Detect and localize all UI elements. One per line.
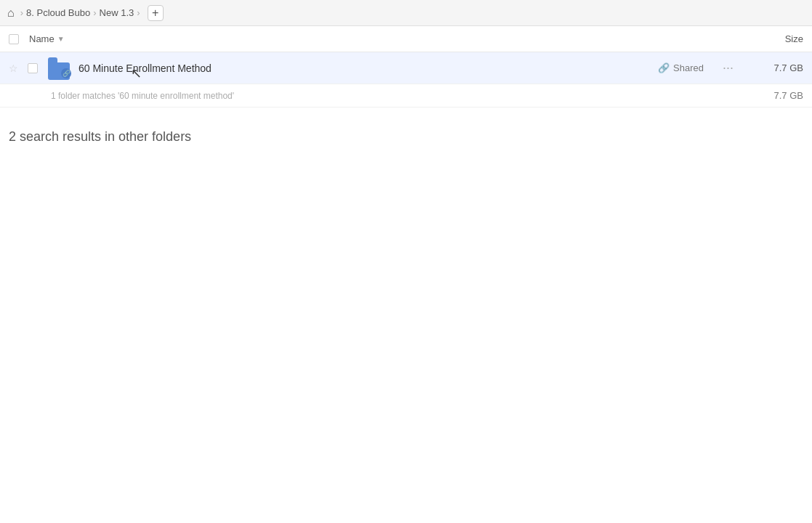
link-icon: 🔗 (658, 62, 670, 73)
shared-label-area: 🔗 Shared (658, 62, 704, 73)
header-checkbox-area[interactable] (9, 34, 29, 44)
folder-badge-icon: 🔗 (63, 70, 71, 77)
match-info-row: 1 folder matches '60 minute enrollment m… (0, 84, 812, 108)
column-name-label: Name (29, 33, 55, 44)
folder-shape: 🔗 (48, 62, 70, 80)
breadcrumb-separator-1: › (20, 7, 23, 18)
column-size-header: Size (745, 33, 803, 44)
breadcrumb-item-new13[interactable]: New 1.3 (100, 7, 134, 18)
more-options-button[interactable]: ··· (718, 57, 738, 78)
file-row[interactable]: ☆ 🔗 60 Minute Enrollment Method 🔗 Shared… (0, 52, 812, 84)
breadcrumb-item-pcloud[interactable]: 8. Pcloud Bubo (26, 7, 90, 18)
file-size: 7.7 GB (745, 62, 803, 73)
folder-icon-wrap: 🔗 (48, 57, 71, 80)
select-all-checkbox[interactable] (9, 34, 19, 44)
match-info-size: 7.7 GB (774, 90, 803, 101)
breadcrumb-separator-2: › (93, 7, 96, 18)
add-tab-button[interactable]: + (148, 5, 164, 21)
folder-tab (48, 57, 57, 62)
breadcrumb-bar: ⌂ › 8. Pcloud Bubo › New 1.3 › + (0, 0, 812, 26)
folder-name[interactable]: 60 Minute Enrollment Method (79, 62, 658, 74)
column-header: Name ▼ Size (0, 26, 812, 52)
match-info-text: 1 folder matches '60 minute enrollment m… (51, 91, 234, 101)
column-name-header[interactable]: Name ▼ (29, 33, 745, 44)
row-checkbox-box[interactable] (28, 63, 38, 73)
breadcrumb-separator-3: › (137, 7, 140, 18)
folder-badge: 🔗 (61, 68, 71, 78)
row-checkbox[interactable] (28, 63, 42, 73)
other-results-heading: 2 search results in other folders (0, 108, 812, 156)
home-icon[interactable]: ⌂ (7, 7, 15, 20)
shared-label: Shared (673, 62, 704, 73)
folder-icon: 🔗 (48, 57, 71, 80)
sort-arrow-icon: ▼ (57, 35, 65, 43)
star-icon[interactable]: ☆ (9, 62, 23, 74)
